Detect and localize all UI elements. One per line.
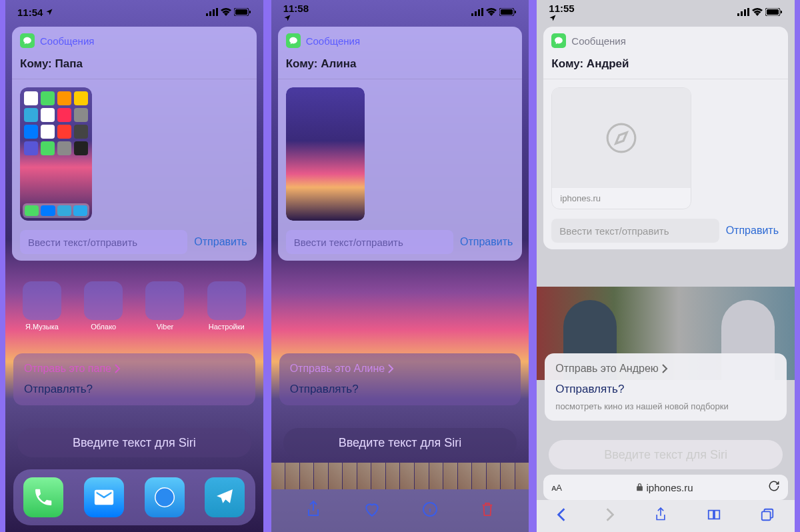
attachment-wallpaper[interactable] bbox=[286, 87, 365, 221]
siri-confirm-text: Отправлять? bbox=[290, 383, 511, 396]
home-app-settings[interactable]: Настройки bbox=[203, 281, 250, 331]
status-icons bbox=[737, 8, 783, 16]
dock-mail[interactable] bbox=[84, 477, 124, 517]
divider bbox=[278, 79, 523, 79]
compose-card: Сообщения Кому: Алина Ввести текст/отпра… bbox=[278, 27, 523, 261]
status-bar: 11:55 bbox=[537, 0, 795, 24]
home-app-cloud[interactable]: Облако bbox=[80, 281, 127, 331]
send-button[interactable]: Отправить bbox=[459, 232, 514, 252]
compose-header: Сообщения bbox=[20, 33, 249, 48]
link-preview-image bbox=[552, 88, 691, 188]
svg-rect-3 bbox=[216, 8, 218, 16]
chevron-right-icon bbox=[114, 364, 121, 373]
attachment-screenshot[interactable] bbox=[20, 87, 92, 221]
back-button[interactable] bbox=[557, 507, 566, 525]
lock-icon bbox=[636, 483, 643, 492]
status-time: 11:58 bbox=[283, 3, 309, 22]
battery-icon bbox=[765, 8, 783, 16]
svg-rect-25 bbox=[762, 511, 771, 520]
signal-icon bbox=[737, 8, 749, 16]
tabs-button[interactable] bbox=[760, 507, 775, 525]
favorite-button[interactable] bbox=[363, 501, 381, 521]
svg-point-24 bbox=[608, 124, 636, 152]
recipient-line: Кому: Алина bbox=[286, 57, 515, 71]
message-input[interactable]: Ввести текст/отправить bbox=[286, 230, 453, 254]
messages-icon bbox=[551, 33, 566, 48]
status-bar: 11:54 bbox=[5, 0, 263, 24]
siri-suggestion-card[interactable]: Отправь это папе Отправлять? bbox=[13, 353, 255, 405]
svg-rect-19 bbox=[744, 9, 746, 16]
reload-button[interactable] bbox=[768, 480, 780, 495]
svg-rect-15 bbox=[515, 11, 516, 13]
svg-rect-10 bbox=[475, 11, 477, 16]
delete-button[interactable] bbox=[480, 501, 495, 521]
home-app-viber[interactable]: Viber bbox=[141, 281, 188, 331]
svg-rect-14 bbox=[501, 9, 513, 15]
svg-rect-5 bbox=[235, 9, 247, 15]
screenshot-3: 11:55 Сообщения Кому: Андрей iphones.ru … bbox=[537, 0, 795, 532]
siri-suggestion-text: Отправь это папе bbox=[24, 363, 245, 375]
siri-text-input[interactable]: Введите текст для Siri bbox=[17, 428, 251, 457]
battery-icon bbox=[499, 8, 517, 16]
attachment-link[interactable]: iphones.ru bbox=[551, 87, 691, 209]
divider bbox=[543, 79, 788, 79]
photos-toolbar bbox=[271, 489, 529, 532]
signal-icon bbox=[471, 8, 483, 16]
compose-card: Сообщения Кому: Папа Ввести текст/отправ… bbox=[12, 27, 257, 261]
battery-icon bbox=[234, 8, 251, 16]
safari-toolbar bbox=[537, 500, 795, 532]
status-bar: 11:58 bbox=[271, 0, 529, 24]
send-button[interactable]: Отправить bbox=[193, 232, 248, 252]
message-input[interactable]: Ввести текст/отправить bbox=[551, 219, 719, 243]
compose-card: Сообщения Кому: Андрей iphones.ru Ввести… bbox=[543, 27, 788, 249]
recipient-line: Кому: Папа bbox=[20, 57, 249, 71]
text-size-button[interactable]: ᴀA bbox=[551, 483, 561, 493]
siri-suggestion-card[interactable]: Отправь это Алине Отправлять? bbox=[279, 353, 521, 405]
dock-phone[interactable] bbox=[23, 477, 63, 517]
siri-suggestion-text: Отправь это Алине bbox=[290, 363, 511, 375]
dock-telegram[interactable] bbox=[205, 477, 245, 517]
dock bbox=[13, 469, 255, 525]
thumbnail-strip[interactable] bbox=[271, 463, 529, 489]
wifi-icon bbox=[486, 8, 497, 16]
chevron-right-icon bbox=[387, 364, 394, 373]
forward-button[interactable] bbox=[605, 507, 615, 525]
status-time: 11:55 bbox=[549, 3, 574, 22]
siri-text-input[interactable]: Введите текст для Siri bbox=[283, 428, 517, 457]
svg-rect-11 bbox=[478, 9, 480, 16]
siri-subtext: посмотреть кино из нашей новой подборки bbox=[555, 401, 776, 411]
siri-suggestion-text: Отправь это Андрею bbox=[555, 363, 776, 375]
app-title: Сообщения bbox=[571, 35, 625, 47]
svg-rect-18 bbox=[741, 11, 743, 16]
share-button[interactable] bbox=[305, 500, 321, 521]
siri-confirm-text: Отправлять? bbox=[24, 383, 245, 396]
status-icons bbox=[471, 8, 517, 16]
svg-rect-20 bbox=[747, 8, 749, 16]
svg-rect-9 bbox=[471, 13, 473, 16]
compass-icon bbox=[605, 121, 638, 155]
app-title: Сообщения bbox=[40, 35, 94, 47]
message-input[interactable]: Ввести текст/отправить bbox=[20, 230, 187, 254]
safari-url-bar[interactable]: ᴀA iphones.ru bbox=[543, 475, 788, 500]
share-button[interactable] bbox=[654, 507, 667, 525]
send-button[interactable]: Отправить bbox=[725, 221, 780, 241]
info-button[interactable] bbox=[422, 501, 438, 520]
app-title: Сообщения bbox=[306, 35, 360, 47]
wifi-icon bbox=[752, 8, 763, 16]
chevron-right-icon bbox=[661, 364, 668, 373]
recipient-line: Кому: Андрей bbox=[551, 57, 780, 71]
siri-suggestion-card[interactable]: Отправь это Андрею Отправлять? посмотрет… bbox=[545, 353, 787, 421]
bookmarks-button[interactable] bbox=[707, 508, 721, 524]
dock-safari[interactable] bbox=[145, 477, 185, 517]
siri-text-input[interactable]: Введите текст для Siri bbox=[549, 440, 783, 469]
svg-rect-22 bbox=[767, 9, 779, 15]
link-domain: iphones.ru bbox=[552, 188, 691, 209]
divider bbox=[12, 79, 257, 79]
svg-rect-0 bbox=[206, 13, 208, 16]
svg-rect-17 bbox=[737, 13, 739, 16]
status-icons bbox=[206, 8, 251, 16]
messages-icon bbox=[20, 33, 35, 48]
svg-rect-2 bbox=[213, 9, 215, 16]
wifi-icon bbox=[221, 8, 231, 16]
home-app-music[interactable]: Я.Музыка bbox=[19, 281, 65, 331]
